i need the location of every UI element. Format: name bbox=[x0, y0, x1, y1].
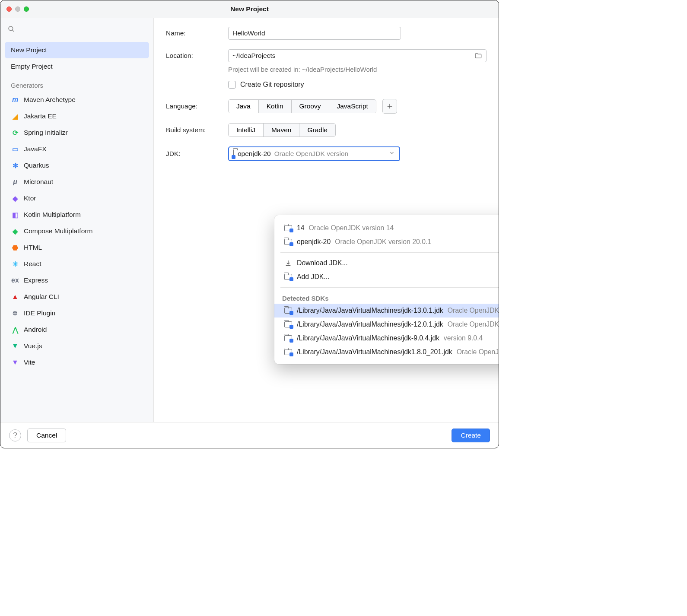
jdk-folder-icon bbox=[284, 273, 293, 281]
ktor-icon: ◆ bbox=[11, 194, 19, 203]
sidebar-category-1[interactable]: Empty Project bbox=[5, 58, 149, 75]
build-seg-option-1[interactable]: Maven bbox=[264, 124, 300, 137]
generator-item-13[interactable]: ⎊IDE Plugin bbox=[5, 305, 149, 321]
generator-item-4[interactable]: ✻Quarkus bbox=[5, 157, 149, 174]
jdk-detected-path: /Library/Java/JavaVirtualMachines/jdk-13… bbox=[297, 307, 443, 314]
separator bbox=[280, 252, 499, 253]
jdk-option-secondary: Oracle OpenJDK version 14 bbox=[309, 224, 394, 232]
generator-item-1[interactable]: ◢Jakarta EE bbox=[5, 108, 149, 124]
lang-seg-option-3[interactable]: JavaScript bbox=[329, 100, 376, 113]
generator-label: Android bbox=[24, 326, 47, 333]
generator-item-6[interactable]: ◆Ktor bbox=[5, 190, 149, 206]
build-seg-option-2[interactable]: Gradle bbox=[299, 124, 335, 137]
body: New ProjectEmpty ProjectGeneratorsmMaven… bbox=[0, 18, 499, 422]
generator-item-5[interactable]: μMicronaut bbox=[5, 174, 149, 190]
jdk-option-detected-0[interactable]: /Library/Java/JavaVirtualMachines/jdk-13… bbox=[274, 304, 499, 318]
generator-label: Vue.js bbox=[24, 342, 42, 350]
language-row: Language: JavaKotlinGroovyJavaScript bbox=[166, 99, 487, 114]
generators-header: Generators bbox=[5, 75, 149, 92]
jdk-option-detected-3[interactable]: /Library/Java/JavaVirtualMachines/jdk1.8… bbox=[274, 345, 499, 359]
generator-item-0[interactable]: mMaven Archetype bbox=[5, 92, 149, 108]
generator-item-9[interactable]: ⬣HTML bbox=[5, 239, 149, 256]
search-icon bbox=[7, 25, 15, 33]
git-checkbox-label: Create Git repository bbox=[240, 81, 304, 89]
generator-label: Maven Archetype bbox=[24, 96, 76, 104]
svg-point-0 bbox=[9, 26, 13, 31]
generator-item-11[interactable]: exExpress bbox=[5, 272, 149, 289]
jdk-option-detected-2[interactable]: /Library/Java/JavaVirtualMachines/jdk-9.… bbox=[274, 331, 499, 345]
cancel-button[interactable]: Cancel bbox=[27, 429, 66, 442]
location-input[interactable]: ~/IdeaProjects bbox=[228, 49, 487, 62]
generator-label: Quarkus bbox=[24, 162, 49, 169]
add-language-button[interactable] bbox=[382, 99, 397, 114]
name-value: HelloWorld bbox=[232, 29, 265, 37]
lang-seg-option-1[interactable]: Kotlin bbox=[259, 100, 292, 113]
jdk-selected-secondary: Oracle OpenJDK version bbox=[274, 150, 348, 158]
language-segmented: JavaKotlinGroovyJavaScript bbox=[228, 99, 376, 113]
window: New Project New ProjectEmpty ProjectGene… bbox=[0, 0, 499, 448]
location-label: Location: bbox=[166, 52, 228, 60]
generator-item-10[interactable]: ✳React bbox=[5, 256, 149, 272]
jdk-detected-secondary: Oracle OpenJDK version 1.8.0_201 bbox=[457, 348, 499, 356]
build-system-row: Build system: IntelliJMavenGradle bbox=[166, 123, 487, 137]
jdk-detected-path: /Library/Java/JavaVirtualMachines/jdk-9.… bbox=[297, 334, 439, 342]
create-button[interactable]: Create bbox=[452, 429, 490, 442]
jdk-folder-icon bbox=[233, 150, 234, 158]
generator-label: JavaFX bbox=[24, 145, 47, 153]
jdk-combobox[interactable]: openjdk-20 Oracle OpenJDK version bbox=[228, 146, 400, 161]
git-checkbox[interactable] bbox=[228, 81, 236, 89]
add-jdk-option[interactable]: Add JDK... bbox=[274, 270, 499, 284]
help-button[interactable]: ? bbox=[9, 429, 21, 441]
generator-item-15[interactable]: ▼Vue.js bbox=[5, 338, 149, 354]
jdk-dropdown-popup: 14Oracle OpenJDK version 14openjdk-20Ora… bbox=[274, 215, 499, 364]
download-jdk-label: Download JDK... bbox=[297, 259, 348, 267]
lang-seg-option-2[interactable]: Groovy bbox=[292, 100, 329, 113]
jdk-option-detected-1[interactable]: /Library/Java/JavaVirtualMachines/jdk-12… bbox=[274, 318, 499, 331]
chevron-down-icon bbox=[389, 150, 395, 158]
sidebar-category-label: New Project bbox=[11, 46, 47, 54]
generator-item-14[interactable]: ⋀Android bbox=[5, 321, 149, 338]
generator-item-12[interactable]: ▲Angular CLI bbox=[5, 289, 149, 305]
jdk-folder-icon bbox=[284, 306, 293, 315]
svg-line-1 bbox=[12, 30, 14, 32]
jdk-option-installed-1[interactable]: openjdk-20Oracle OpenJDK version 20.0.1 bbox=[274, 235, 499, 249]
generator-item-16[interactable]: ▼Vite bbox=[5, 354, 149, 371]
jdk-folder-icon bbox=[284, 238, 293, 246]
generator-label: React bbox=[24, 260, 41, 268]
jakarta-icon: ◢ bbox=[11, 112, 19, 121]
generator-item-3[interactable]: ▭JavaFX bbox=[5, 141, 149, 157]
kotlin-mpp-icon: ◧ bbox=[11, 210, 19, 219]
jdk-selected-primary: openjdk-20 bbox=[238, 150, 271, 158]
sidebar-search[interactable] bbox=[0, 18, 153, 39]
jdk-row: JDK: openjdk-20 Oracle OpenJDK version bbox=[166, 146, 487, 161]
jdk-folder-icon bbox=[284, 224, 293, 232]
build-system-segmented: IntelliJMavenGradle bbox=[228, 123, 336, 137]
jdk-folder-icon bbox=[284, 320, 293, 329]
language-label: Language: bbox=[166, 102, 228, 110]
lang-seg-option-0[interactable]: Java bbox=[229, 100, 259, 113]
jdk-option-secondary: Oracle OpenJDK version 20.0.1 bbox=[335, 238, 431, 246]
name-row: Name: HelloWorld bbox=[166, 27, 487, 40]
angular-icon: ▲ bbox=[11, 292, 19, 301]
jdk-folder-icon bbox=[284, 348, 293, 356]
sidebar-category-0[interactable]: New Project bbox=[5, 42, 149, 58]
micronaut-icon: μ bbox=[11, 178, 19, 186]
generator-item-2[interactable]: ⟳Spring Initializr bbox=[5, 124, 149, 141]
jdk-option-primary: openjdk-20 bbox=[297, 238, 331, 246]
location-value: ~/IdeaProjects bbox=[232, 52, 276, 60]
generator-item-7[interactable]: ◧Kotlin Multiplatform bbox=[5, 206, 149, 223]
location-row: Location: ~/IdeaProjects bbox=[166, 49, 487, 62]
express-icon: ex bbox=[11, 276, 19, 285]
browse-folder-icon[interactable] bbox=[474, 52, 482, 60]
generator-label: Vite bbox=[24, 359, 35, 366]
sidebar-list: New ProjectEmpty ProjectGeneratorsmMaven… bbox=[0, 39, 153, 373]
name-input[interactable]: HelloWorld bbox=[228, 27, 401, 40]
download-jdk-option[interactable]: Download JDK... bbox=[274, 256, 499, 270]
jdk-option-installed-0[interactable]: 14Oracle OpenJDK version 14 bbox=[274, 221, 499, 235]
git-checkbox-row[interactable]: Create Git repository bbox=[228, 81, 487, 89]
generator-item-8[interactable]: ◆Compose Multiplatform bbox=[5, 223, 149, 239]
name-label: Name: bbox=[166, 29, 228, 37]
build-seg-option-0[interactable]: IntelliJ bbox=[229, 124, 264, 137]
generator-label: Kotlin Multiplatform bbox=[24, 211, 81, 219]
jdk-detected-secondary: Oracle OpenJDK version 13.0.1 bbox=[448, 307, 499, 314]
